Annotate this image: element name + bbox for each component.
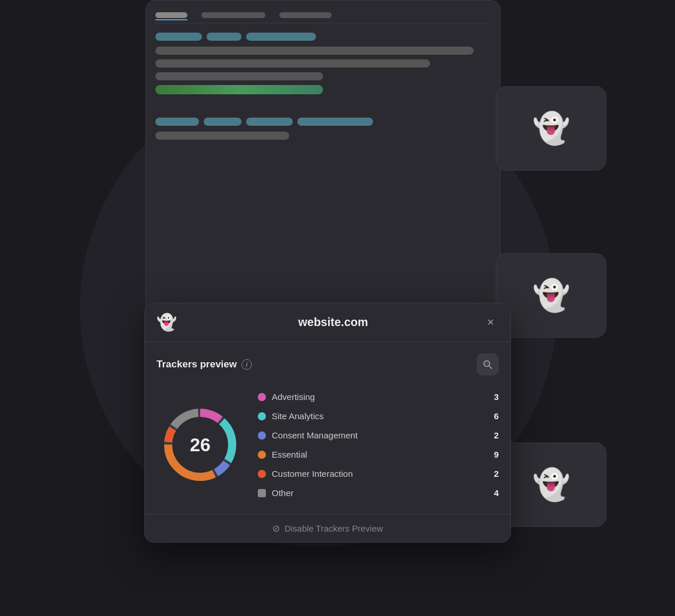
skeleton-chips-row-2 bbox=[155, 118, 491, 126]
skeleton-chip-1 bbox=[155, 33, 202, 41]
phone-content bbox=[146, 23, 500, 154]
popup-header: 👻 website.com × bbox=[145, 303, 510, 342]
skeleton-line-4 bbox=[155, 132, 289, 140]
ghost-card-3: 👻 bbox=[496, 442, 606, 527]
disable-trackers-text: Disable Trackers Preview bbox=[285, 523, 383, 533]
tracker-list: Advertising 3 Site Analytics 6 Consent M… bbox=[258, 387, 499, 502]
info-icon[interactable]: i bbox=[241, 359, 252, 370]
advertising-dot bbox=[258, 393, 266, 401]
essential-label: Essential bbox=[272, 449, 481, 459]
popup-title: website.com bbox=[184, 316, 482, 329]
skeleton-chip-7 bbox=[297, 118, 373, 126]
skeleton-progress bbox=[155, 85, 323, 94]
skeleton-line-3 bbox=[155, 72, 323, 80]
skeleton-chip-4 bbox=[155, 118, 199, 126]
trackers-title: Trackers preview bbox=[157, 359, 237, 370]
trackers-title-group: Trackers preview i bbox=[157, 359, 252, 370]
other-count: 4 bbox=[487, 488, 499, 498]
donut-chart: 26 bbox=[157, 401, 244, 488]
phone-mockup bbox=[145, 0, 500, 338]
customer-interaction-label: Customer Interaction bbox=[272, 469, 481, 479]
tracker-item-consent: Consent Management 2 bbox=[258, 426, 499, 445]
consent-count: 2 bbox=[487, 430, 499, 440]
ghost-emoji-3: 👻 bbox=[532, 467, 570, 502]
tracker-item-advertising: Advertising 3 bbox=[258, 387, 499, 406]
ghost-logo: 👻 bbox=[157, 313, 177, 332]
tracker-item-customer-interaction: Customer Interaction 2 bbox=[258, 464, 499, 483]
trackers-header: Trackers preview i bbox=[157, 353, 499, 376]
skeleton-chip-2 bbox=[207, 33, 241, 41]
skeleton-line-2 bbox=[155, 59, 430, 68]
consent-dot bbox=[258, 431, 266, 440]
tabs-row bbox=[155, 8, 491, 23]
skeleton-chip-6 bbox=[246, 118, 293, 126]
site-analytics-dot bbox=[258, 412, 266, 420]
svg-point-2 bbox=[485, 362, 488, 365]
ghost-emoji-1: 👻 bbox=[532, 111, 570, 146]
tab-3[interactable] bbox=[279, 12, 332, 18]
advertising-count: 3 bbox=[487, 392, 499, 402]
customer-interaction-dot bbox=[258, 470, 266, 478]
tracker-item-other: Other 4 bbox=[258, 483, 499, 502]
tracker-content: 26 Advertising 3 Site Analytics 6 Consen… bbox=[157, 387, 499, 502]
essential-count: 9 bbox=[487, 449, 499, 459]
svg-line-1 bbox=[489, 366, 492, 369]
phone-top-bar bbox=[146, 1, 500, 23]
ghost-emoji-2: 👻 bbox=[532, 278, 570, 313]
ghost-card-1: 👻 bbox=[496, 86, 606, 171]
popup-panel: 👻 website.com × Trackers preview i bbox=[144, 303, 511, 543]
skeleton-chip-3 bbox=[246, 33, 316, 41]
tab-1[interactable] bbox=[155, 12, 187, 18]
tracker-item-site-analytics: Site Analytics 6 bbox=[258, 406, 499, 426]
search-trackers-button[interactable] bbox=[477, 353, 499, 376]
close-button[interactable]: × bbox=[482, 314, 499, 331]
consent-label: Consent Management bbox=[272, 430, 481, 440]
popup-body: Trackers preview i bbox=[145, 342, 510, 514]
other-dot bbox=[258, 489, 266, 497]
skeleton-line-1 bbox=[155, 47, 474, 55]
site-analytics-label: Site Analytics bbox=[272, 411, 481, 421]
skeleton-chip-5 bbox=[204, 118, 241, 126]
tab-2[interactable] bbox=[201, 12, 265, 18]
essential-dot bbox=[258, 451, 266, 459]
site-analytics-count: 6 bbox=[487, 411, 499, 421]
search-icon bbox=[482, 359, 493, 370]
advertising-label: Advertising bbox=[272, 392, 481, 402]
ghost-card-2: 👻 bbox=[496, 253, 606, 338]
tracker-item-essential: Essential 9 bbox=[258, 445, 499, 464]
other-label: Other bbox=[272, 488, 481, 498]
customer-interaction-count: 2 bbox=[487, 469, 499, 479]
popup-footer[interactable]: ⊘ Disable Trackers Preview bbox=[145, 514, 510, 542]
disable-icon: ⊘ bbox=[272, 523, 280, 534]
skeleton-section-2 bbox=[155, 118, 491, 140]
skeleton-chips-row bbox=[155, 33, 491, 41]
donut-total-count: 26 bbox=[190, 434, 211, 456]
